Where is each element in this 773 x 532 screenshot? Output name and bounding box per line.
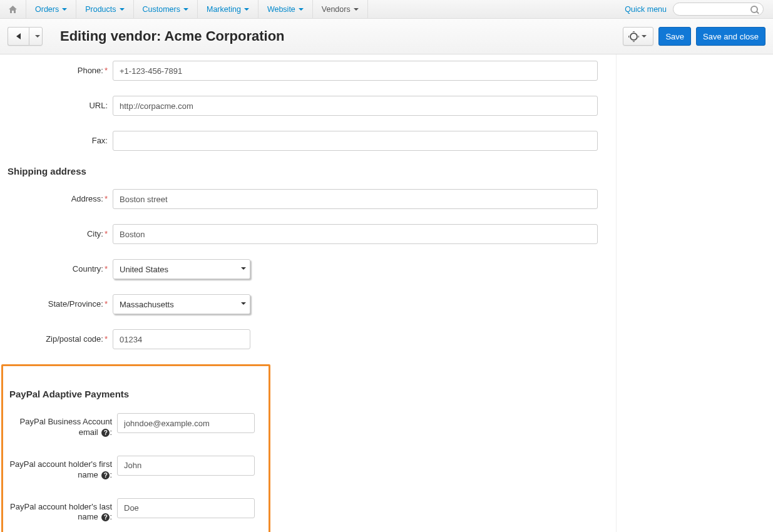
top-nav: Orders Products Customers Marketing Webs… bbox=[0, 0, 773, 19]
nav-marketing[interactable]: Marketing bbox=[198, 0, 259, 18]
shipping-heading: Shipping address bbox=[8, 166, 603, 176]
nav-orders[interactable]: Orders bbox=[26, 0, 76, 18]
form-area: Phone:* URL: Fax: Shipping address Addre… bbox=[0, 54, 617, 532]
paypal-section: PayPal Adaptive Payments PayPal Business… bbox=[1, 364, 270, 532]
caret-down-icon bbox=[299, 8, 304, 11]
help-icon[interactable]: ? bbox=[101, 513, 110, 521]
nav-vendors[interactable]: Vendors bbox=[313, 0, 368, 18]
nav-customers[interactable]: Customers bbox=[134, 0, 198, 18]
caret-down-icon bbox=[120, 8, 125, 11]
nav-website[interactable]: Website bbox=[259, 0, 313, 18]
save-button[interactable]: Save bbox=[658, 27, 691, 46]
address-input[interactable] bbox=[113, 189, 598, 209]
home-icon bbox=[9, 6, 17, 13]
fax-label: Fax: bbox=[6, 136, 113, 146]
search-input[interactable] bbox=[673, 3, 764, 16]
paypal-first-label: PayPal account holder's first name ?: bbox=[3, 456, 117, 481]
country-label: Country:* bbox=[6, 264, 113, 275]
search-icon bbox=[750, 6, 758, 13]
caret-down-icon bbox=[62, 8, 67, 11]
state-label: State/Province:* bbox=[6, 299, 113, 310]
paypal-last-label: PayPal account holder's last name ?: bbox=[3, 498, 117, 523]
city-input[interactable] bbox=[113, 224, 598, 244]
zip-input[interactable] bbox=[113, 329, 250, 349]
zip-label: Zip/postal code:* bbox=[6, 334, 113, 345]
phone-input[interactable] bbox=[113, 61, 598, 81]
settings-button[interactable] bbox=[623, 27, 653, 46]
state-select[interactable]: Massachusetts bbox=[113, 294, 250, 314]
caret-down-icon bbox=[241, 302, 246, 305]
url-label: URL: bbox=[6, 101, 113, 111]
caret-down-icon bbox=[183, 8, 188, 11]
country-select[interactable]: United States bbox=[113, 259, 250, 279]
action-bar: Editing vendor: Acme Corporation Save Sa… bbox=[0, 19, 773, 54]
city-label: City:* bbox=[6, 229, 113, 240]
paypal-first-input[interactable] bbox=[117, 456, 255, 476]
paypal-last-input[interactable] bbox=[117, 498, 255, 518]
back-button[interactable] bbox=[8, 27, 29, 46]
caret-down-icon bbox=[642, 35, 647, 38]
nav-products[interactable]: Products bbox=[76, 0, 133, 18]
arrow-left-icon bbox=[16, 33, 21, 39]
caret-down-icon bbox=[241, 267, 246, 270]
page-title: Editing vendor: Acme Corporation bbox=[60, 28, 285, 44]
help-icon[interactable]: ? bbox=[101, 471, 110, 479]
phone-label: Phone:* bbox=[6, 66, 113, 76]
caret-down-icon bbox=[354, 8, 359, 11]
gear-icon bbox=[630, 33, 638, 41]
caret-down-icon bbox=[35, 35, 40, 38]
paypal-email-input[interactable] bbox=[117, 413, 255, 433]
quick-menu-link[interactable]: Quick menu bbox=[625, 5, 667, 14]
url-input[interactable] bbox=[113, 96, 598, 116]
paypal-email-label: PayPal Business Account email ?: bbox=[3, 413, 117, 438]
help-icon[interactable]: ? bbox=[101, 429, 110, 437]
save-close-button[interactable]: Save and close bbox=[696, 27, 765, 46]
nav-home[interactable] bbox=[0, 0, 26, 18]
paypal-heading: PayPal Adaptive Payments bbox=[9, 389, 262, 399]
fax-input[interactable] bbox=[113, 131, 598, 151]
caret-down-icon bbox=[244, 8, 249, 11]
address-label: Address:* bbox=[6, 194, 113, 205]
back-dropdown[interactable] bbox=[29, 27, 43, 46]
